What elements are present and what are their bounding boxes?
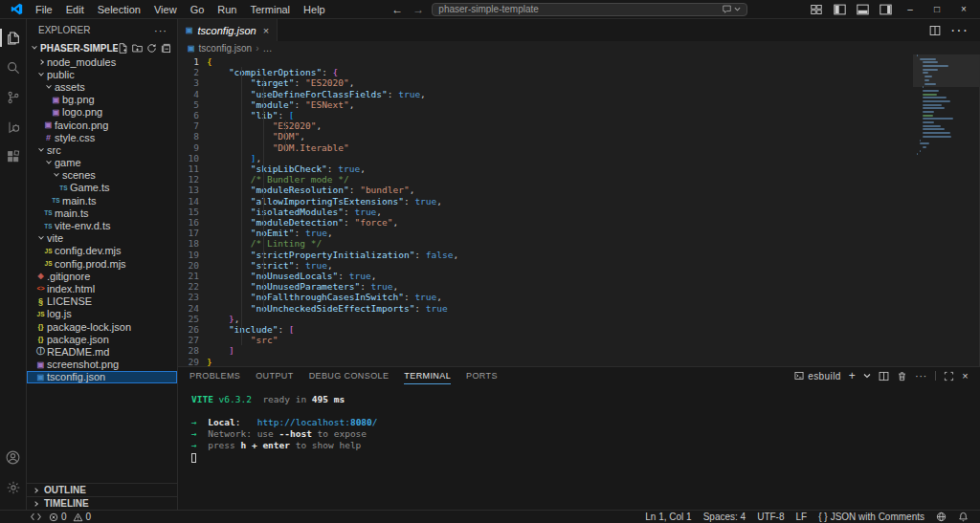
tree-item--gitignore[interactable]: ◈.gitignore [27, 270, 177, 282]
minimize-button[interactable]: – [898, 1, 923, 18]
run-and-debug-icon[interactable] [0, 112, 27, 142]
tree-item-src[interactable]: src [27, 143, 177, 156]
tree-item-scenes[interactable]: scenes [27, 169, 177, 182]
tree-item-license[interactable]: §LICENSE [27, 295, 177, 308]
tree-item-config-prod-mjs[interactable]: JSconfig.prod.mjs [27, 257, 177, 270]
refresh-icon[interactable] [146, 43, 157, 54]
tree-item-game[interactable]: game [27, 157, 177, 169]
new-file-icon[interactable] [118, 43, 128, 54]
panel-more-actions-icon[interactable]: ··· [915, 371, 927, 381]
breadcrumb-file[interactable]: tsconfig.json [199, 43, 253, 54]
toggle-secondary-sidebar-icon[interactable] [875, 1, 896, 18]
search-icon[interactable] [0, 53, 27, 82]
source-control-icon[interactable] [0, 82, 27, 112]
new-folder-icon[interactable] [132, 43, 143, 54]
close-panel-icon[interactable]: × [962, 370, 969, 381]
tab-label: tsconfig.json [198, 25, 256, 36]
collapse-all-icon[interactable] [161, 43, 171, 54]
kill-terminal-trash-icon[interactable] [897, 371, 907, 381]
css-file-icon: # [46, 133, 51, 142]
panel-tab-problems[interactable]: PROBLEMS [189, 367, 240, 384]
chat-icon[interactable] [722, 4, 741, 14]
split-editor-icon[interactable] [929, 25, 941, 36]
tree-item-config-dev-mjs[interactable]: JSconfig.dev.mjs [27, 245, 177, 257]
tree-item-main-ts[interactable]: TSmain.ts [27, 207, 177, 219]
tree-item-package-json[interactable]: {}package.json [27, 333, 177, 345]
menu-view[interactable]: View [147, 2, 184, 17]
tree-item-tsconfig-json[interactable]: ▣tsconfig.json [27, 371, 177, 383]
tree-item-game-ts[interactable]: TSGame.ts [27, 182, 177, 194]
language-mode[interactable]: { } JSON with Comments [818, 512, 924, 522]
breadcrumb[interactable]: ▣ tsconfig.json › … [178, 41, 980, 54]
tree-item-node-modules[interactable]: node_modules [27, 55, 177, 68]
status-lf[interactable]: LF [796, 512, 808, 522]
split-terminal-icon[interactable] [879, 371, 889, 381]
panel-tab-ports[interactable]: PORTS [466, 367, 498, 384]
tree-item-vite[interactable]: vite [27, 232, 177, 245]
nav-forward-icon[interactable]: → [411, 3, 426, 16]
toggle-panel-icon[interactable] [852, 1, 873, 18]
tree-item-public[interactable]: public [27, 68, 177, 80]
maximize-button[interactable]: □ [924, 1, 949, 18]
explorer-icon[interactable] [0, 23, 27, 53]
panel-tab-debug-console[interactable]: DEBUG CONSOLE [309, 367, 390, 384]
command-center-search[interactable]: phaser-simple-template [432, 3, 747, 16]
tree-item-screenshot-png[interactable]: ▣screenshot.png [27, 359, 177, 371]
menu-run[interactable]: Run [211, 2, 243, 17]
section-outline[interactable]: OUTLINE [27, 483, 177, 496]
maximize-panel-icon[interactable] [944, 371, 954, 381]
tree-item-index-html[interactable]: <>index.html [27, 282, 177, 294]
html-file-icon: <> [36, 285, 44, 292]
tree-item-log-js[interactable]: JSlog.js [27, 308, 177, 320]
status-spaces-4[interactable]: Spaces: 4 [703, 512, 746, 522]
status-utf-8[interactable]: UTF-8 [757, 512, 784, 522]
tree-item-package-lock-json[interactable]: {}package-lock.json [27, 320, 177, 333]
panel-tab-terminal[interactable]: TERMINAL [404, 367, 451, 384]
minimap-slider[interactable] [913, 54, 980, 87]
settings-gear-icon[interactable] [0, 472, 27, 502]
section-timeline[interactable]: TIMELINE [27, 496, 177, 510]
menu-file[interactable]: File [29, 2, 59, 17]
tree-item-logo-png[interactable]: ▣logo.png [27, 106, 177, 119]
menu-edit[interactable]: Edit [59, 2, 91, 17]
panel-tab-output[interactable]: OUTPUT [256, 367, 293, 384]
customize-layout-icon[interactable] [806, 1, 827, 18]
tree-item-label: favicon.png [55, 120, 108, 131]
code-editor[interactable]: 1234567891011121314151617181920212223242… [178, 54, 980, 366]
explorer-project-section[interactable]: PHASER-SIMPLE-TEMPL... [27, 41, 177, 55]
menu-help[interactable]: Help [297, 2, 332, 17]
tree-item-favicon-png[interactable]: ▣favicon.png [27, 119, 177, 131]
remote-indicator-icon[interactable] [31, 512, 41, 522]
tab-tsconfig[interactable]: ▣ tsconfig.json × [178, 19, 278, 41]
breadcrumb-tail[interactable]: … [263, 43, 273, 54]
code-content[interactable]: { "compilerOptions": { "target": "ES2020… [207, 54, 980, 366]
tree-item-assets[interactable]: assets [27, 80, 177, 93]
problems-status[interactable]: 0 0 [49, 512, 91, 522]
status-ln-1-col-1[interactable]: Ln 1, Col 1 [645, 512, 691, 522]
menu-selection[interactable]: Selection [91, 2, 147, 17]
new-terminal-icon[interactable]: + [849, 369, 856, 382]
tab-close-icon[interactable]: × [263, 25, 269, 36]
ports-globe-icon[interactable] [936, 512, 947, 522]
nav-back-icon[interactable]: ← [390, 3, 405, 16]
notifications-bell-icon[interactable] [958, 512, 969, 522]
toggle-sidebar-icon[interactable] [829, 1, 850, 18]
menu-go[interactable]: Go [184, 2, 212, 17]
menu-terminal[interactable]: Terminal [244, 2, 298, 17]
minimap[interactable] [917, 54, 972, 366]
tree-item-readme-md[interactable]: ⓘREADME.md [27, 345, 177, 358]
tree-item-bg-png[interactable]: ▣bg.png [27, 94, 177, 106]
json-file-icon: {} [37, 335, 43, 343]
close-button[interactable]: × [951, 1, 976, 18]
editor-more-actions-icon[interactable]: ··· [950, 22, 969, 39]
explorer-more-actions-icon[interactable]: ··· [154, 25, 167, 36]
tree-item-vite-env-d-ts[interactable]: TSvite-env.d.ts [27, 219, 177, 231]
terminal-output[interactable]: VITE v6.3.2 ready in 495 ms → Local: htt… [178, 384, 980, 510]
terminal-dropdown-icon[interactable] [863, 372, 871, 380]
tree-item-main-ts[interactable]: TSmain.ts [27, 194, 177, 207]
tree-item-style-css[interactable]: #style.css [27, 131, 177, 143]
terminal-instance-esbuild[interactable]: esbuild [794, 371, 841, 381]
accounts-icon[interactable] [0, 443, 27, 472]
extensions-icon[interactable] [0, 142, 27, 171]
tree-item-label: vite [47, 232, 63, 244]
